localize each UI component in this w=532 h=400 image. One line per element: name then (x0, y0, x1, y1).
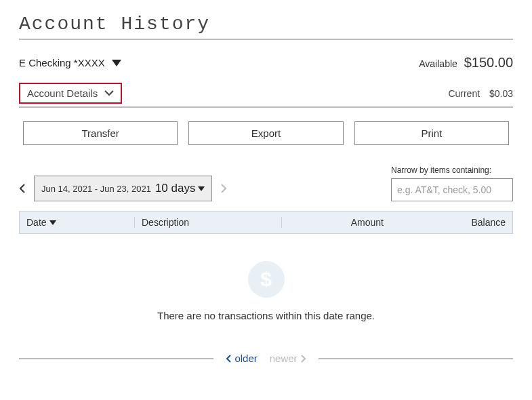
available-balance: Available $150.00 (419, 55, 513, 71)
page-title: Account History (19, 14, 513, 39)
date-range-selector[interactable]: Jun 14, 2021 - Jun 23, 2021 10 days (34, 176, 212, 201)
column-date-label: Date (26, 217, 47, 228)
title-divider (19, 39, 513, 40)
older-link[interactable]: older (226, 353, 257, 364)
current-amount: $0.03 (489, 88, 513, 99)
chevron-down-icon (198, 186, 205, 191)
account-details-label: Account Details (27, 87, 98, 99)
available-label: Available (419, 58, 457, 69)
export-button[interactable]: Export (188, 121, 343, 145)
older-label: older (234, 353, 257, 364)
account-name: E Checking *XXXX (19, 57, 105, 68)
narrow-label: Narrow by items containing: (391, 165, 513, 175)
dollar-icon: $ (248, 261, 285, 298)
newer-label: newer (270, 353, 298, 364)
date-range-days: 10 days (155, 182, 196, 195)
chevron-down-icon (104, 90, 114, 96)
column-amount: Amount (282, 217, 390, 228)
column-balance: Balance (390, 217, 506, 228)
empty-message: There are no transactions within this da… (19, 310, 513, 321)
transfer-button[interactable]: Transfer (23, 121, 178, 145)
empty-state: $ There are no transactions within this … (19, 234, 513, 339)
pagination-divider-right (319, 358, 513, 359)
date-prev-button[interactable] (19, 183, 26, 194)
account-selector[interactable]: E Checking *XXXX (19, 57, 121, 68)
print-button[interactable]: Print (354, 121, 509, 145)
account-details-toggle[interactable]: Account Details (19, 83, 122, 104)
column-description: Description (135, 217, 282, 228)
details-row: Account Details Current $0.03 (19, 83, 513, 104)
date-controls: Jun 14, 2021 - Jun 23, 2021 10 days (19, 176, 227, 201)
pagination: older newer (19, 353, 513, 364)
pagination-divider-left (19, 358, 213, 359)
current-balance: Current $0.03 (448, 88, 513, 99)
section-divider (19, 106, 513, 108)
current-label: Current (448, 88, 480, 99)
action-buttons: Transfer Export Print (19, 121, 513, 145)
account-row: E Checking *XXXX Available $150.00 (19, 55, 513, 71)
narrow-filter: Narrow by items containing: (391, 165, 513, 201)
available-amount: $150.00 (464, 55, 513, 70)
column-date[interactable]: Date (26, 217, 135, 228)
date-next-button[interactable] (220, 183, 227, 194)
sort-desc-icon (49, 220, 56, 225)
table-header: Date Description Amount Balance (19, 211, 513, 234)
date-range-text: Jun 14, 2021 - Jun 23, 2021 (41, 184, 151, 194)
chevron-right-icon (300, 354, 306, 363)
chevron-down-icon (112, 60, 121, 66)
newer-link: newer (270, 353, 306, 364)
chevron-left-icon (226, 354, 232, 363)
narrow-input[interactable] (391, 178, 513, 201)
filter-row: Jun 14, 2021 - Jun 23, 2021 10 days Narr… (19, 165, 513, 201)
